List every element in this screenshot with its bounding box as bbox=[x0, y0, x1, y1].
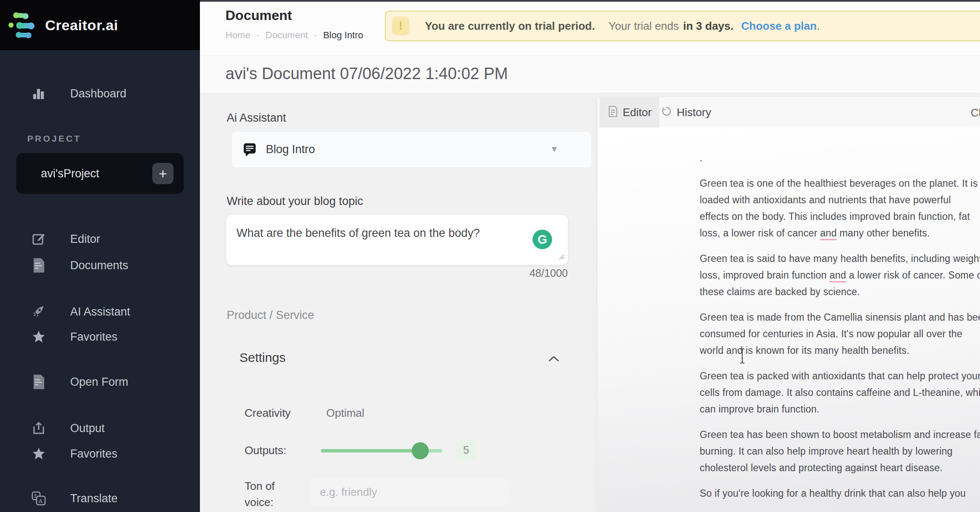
history-icon bbox=[661, 106, 672, 118]
assistant-type-dropdown[interactable]: Blog Intro ▾ bbox=[232, 132, 591, 168]
sidebar-item-label: Editor bbox=[70, 233, 100, 246]
editor-panel: Editor History Ch .Green tea is one of t… bbox=[598, 97, 980, 512]
characters-counter-clipped: Ch bbox=[971, 106, 980, 119]
sidebar-item-editor[interactable]: Editor bbox=[0, 227, 200, 251]
project-section-label: PROJECT bbox=[27, 134, 81, 144]
logo[interactable]: Creaitor.ai bbox=[0, 0, 200, 50]
trial-days: in 3 days. bbox=[683, 20, 734, 33]
sidebar-item-dashboard[interactable]: Dashboard bbox=[0, 82, 200, 105]
paragraph: So if you're looking for a healthy drink… bbox=[700, 485, 980, 502]
ai-assistant-section-label: Ai Assistant bbox=[227, 111, 286, 125]
tab-editor[interactable]: Editor bbox=[600, 97, 659, 128]
sidebar-item-ai-assistant[interactable]: AI Assistant bbox=[0, 300, 200, 324]
breadcrumb-separator: - bbox=[256, 30, 259, 41]
svg-text:z̄: z̄ bbox=[34, 493, 37, 499]
sidebar-item-translate[interactable]: z̄ A Translate bbox=[0, 486, 200, 510]
chat-bubble-icon bbox=[242, 142, 257, 159]
grammarly-icon[interactable]: G bbox=[533, 230, 552, 249]
sidebar-item-label: Open Form bbox=[70, 375, 128, 389]
sidebar-item-label: Translate bbox=[70, 492, 118, 505]
creativity-value: Optimal bbox=[326, 407, 365, 420]
sidebar-item-open-form[interactable]: Open Form bbox=[0, 370, 200, 394]
paragraph: Green tea is packed with antioxidants th… bbox=[700, 368, 980, 418]
breadcrumb-current: Blog Intro bbox=[323, 30, 363, 41]
topic-label: Write about your blog topic bbox=[227, 195, 363, 208]
rocket-icon bbox=[31, 304, 47, 320]
editor-tab-row: Editor History Ch bbox=[598, 97, 980, 128]
page-title: Document bbox=[225, 8, 292, 23]
svg-text:A: A bbox=[39, 498, 43, 504]
add-project-button[interactable]: + bbox=[152, 163, 174, 184]
bar-chart-icon bbox=[31, 85, 47, 102]
editor-document[interactable]: .Green tea is one of the healthiest beve… bbox=[598, 128, 980, 512]
sidebar-item-label: Documents bbox=[70, 259, 128, 272]
assistant-type-value: Blog Intro bbox=[266, 143, 315, 156]
chevron-up-icon[interactable] bbox=[548, 356, 560, 364]
sidebar: Creaitor.ai Dashboard PROJECT avi'sProje… bbox=[0, 0, 200, 512]
breadcrumb-separator: - bbox=[314, 30, 317, 41]
resize-handle-icon[interactable] bbox=[558, 253, 564, 262]
share-icon bbox=[31, 420, 47, 436]
document-icon bbox=[31, 374, 47, 390]
tone-label-line1: Ton of bbox=[245, 480, 275, 493]
sidebar-item-favorites-2[interactable]: Favorites bbox=[0, 442, 200, 466]
text-cursor-icon bbox=[738, 348, 746, 366]
paragraph: Green tea is said to have many health be… bbox=[700, 250, 980, 300]
sidebar-item-output[interactable]: Output bbox=[0, 416, 200, 440]
creaitor-app: Creaitor.ai Dashboard PROJECT avi'sProje… bbox=[0, 0, 980, 512]
tone-of-voice-input[interactable]: e.g. friendly bbox=[311, 478, 509, 506]
sidebar-item-label: Dashboard bbox=[70, 87, 126, 100]
outputs-label: Outputs: bbox=[245, 444, 286, 457]
document-title: avi's Document 07/06/2022 1:40:02 PM bbox=[225, 65, 508, 83]
translate-icon: z̄ A bbox=[31, 490, 47, 506]
project-name: avi'sProject bbox=[41, 167, 99, 180]
sidebar-item-label: AI Assistant bbox=[70, 305, 130, 319]
paragraph: Green tea has been shown to boost metabo… bbox=[700, 427, 980, 476]
chevron-down-icon: ▾ bbox=[552, 143, 557, 155]
warning-icon: ! bbox=[392, 17, 410, 35]
main-header: Document Home - Document - Blog Intro ! … bbox=[200, 0, 980, 55]
paragraph: . bbox=[700, 150, 980, 166]
sidebar-item-documents[interactable]: Documents bbox=[0, 253, 200, 277]
tab-history[interactable]: History bbox=[661, 97, 729, 128]
choose-plan-link[interactable]: Choose a plan bbox=[741, 20, 817, 33]
breadcrumb-document[interactable]: Document bbox=[265, 30, 308, 41]
sidebar-item-label: Output bbox=[70, 422, 105, 435]
document-title-bar: avi's Document 07/06/2022 1:40:02 PM bbox=[200, 55, 980, 93]
star-icon bbox=[31, 329, 47, 345]
slider-fill bbox=[321, 449, 422, 452]
sidebar-item-label: Favorites bbox=[70, 330, 117, 344]
editor-paragraphs: .Green tea is one of the healthiest beve… bbox=[700, 150, 980, 511]
top-edge-strip bbox=[200, 0, 980, 2]
sidebar-item-favorites[interactable]: Favorites bbox=[0, 325, 200, 349]
outputs-value: 5 bbox=[456, 439, 476, 461]
trial-banner: ! You are currently on trial period. You… bbox=[385, 11, 980, 41]
outputs-slider[interactable] bbox=[321, 449, 442, 452]
character-count: 48/1000 bbox=[440, 267, 568, 279]
project-selector[interactable]: avi'sProject + bbox=[16, 153, 184, 194]
star-icon bbox=[31, 446, 47, 462]
document-icon bbox=[608, 106, 618, 119]
settings-header[interactable]: Settings bbox=[239, 350, 285, 365]
tone-label-line2: voice: bbox=[245, 496, 273, 509]
grammar-underlined-word: and bbox=[829, 270, 846, 282]
product-service-label: Product / Service bbox=[227, 309, 314, 322]
breadcrumb-home[interactable]: Home bbox=[225, 30, 251, 41]
tab-label: History bbox=[677, 106, 711, 119]
paragraph: Green tea is one of the healthiest bever… bbox=[700, 175, 980, 242]
tab-label: Editor bbox=[623, 106, 652, 119]
document-icon bbox=[31, 257, 47, 273]
tone-placeholder: e.g. friendly bbox=[320, 486, 377, 499]
outputs-value-text: 5 bbox=[463, 444, 469, 457]
trial-ends-text: Your trial ends bbox=[609, 20, 679, 33]
trial-message: You are currently on trial period. bbox=[425, 20, 595, 33]
breadcrumb: Home - Document - Blog Intro bbox=[225, 30, 363, 41]
topic-textarea[interactable]: What are the benefits of green tea on th… bbox=[226, 215, 568, 265]
slider-thumb[interactable] bbox=[412, 442, 429, 459]
topic-value: What are the benefits of green tea on th… bbox=[236, 227, 517, 240]
creativity-label: Creativity bbox=[245, 407, 291, 420]
logo-text: Creaitor.ai bbox=[45, 17, 118, 34]
sidebar-item-label: Favorites bbox=[70, 447, 117, 461]
grammar-underlined-word: and bbox=[820, 228, 837, 240]
creaitor-logo-icon bbox=[9, 11, 38, 39]
